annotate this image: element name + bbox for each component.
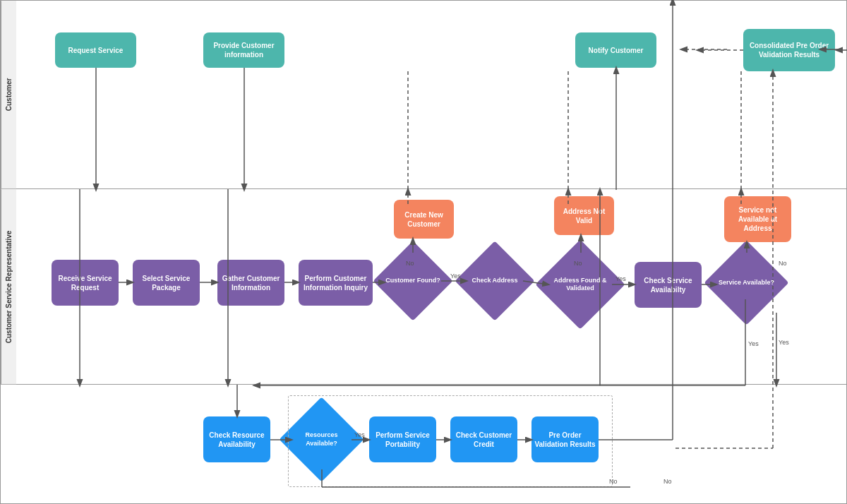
provide-customer-info-node: Provide Customer information [203,32,284,68]
service-available-diamond: Service Available? [716,253,776,313]
resources-available-diamond: Resources Available? [292,409,352,469]
check-service-availability-node: Check Service Availabilty [635,262,702,308]
gather-customer-info-node: Gather Customer Information [217,260,284,306]
diagram-container: Customer Request Service Provide Custome… [0,0,847,504]
pre-order-validation-results-node: Pre Order Validation Results [531,416,599,462]
consolidated-pre-order-node: Consolidated Pre Order Validation Result… [743,29,835,71]
notify-customer-node: Notify Customer [575,32,656,68]
swimlane-customer: Customer Request Service Provide Custome… [1,1,846,189]
swimlane-content-bottom: Check Resource Availability Resources Av… [16,385,846,503]
check-address-diamond: Check Address [467,253,523,309]
svg-text:No: No [609,478,618,485]
customer-found-diamond: Customer Found? [385,253,441,309]
swimlane-content-customer: Request Service Provide Customer informa… [16,1,846,188]
check-resource-availability-node: Check Resource Availability [203,416,270,462]
service-not-available-node: Service not Available at Address [724,196,791,242]
perform-customer-info-inquiry-node: Perform Customer Information Inquiry [299,260,373,306]
address-not-valid-node: Address Not Valid [554,196,614,235]
swimlane-csr: Customer Service Representative Receive … [1,189,846,385]
address-found-validated-diamond: Address Found & Validated [548,253,612,316]
swimlane-label-customer: Customer [1,1,16,188]
svg-text:No: No [779,260,787,267]
create-new-customer-node: Create New Customer [394,200,454,239]
receive-service-request-node: Receive Service Request [52,260,119,306]
swimlane-label-csr: Customer Service Representative [1,189,16,384]
swimlane-container: Customer Request Service Provide Custome… [0,0,847,504]
request-service-node: Request Service [55,32,136,68]
customer-arrows [16,1,846,188]
perform-service-portability-node: Perform Service Portability [369,416,436,462]
select-service-package-node: Select Service Package [133,260,200,306]
check-customer-credit-node: Check Customer Credit [450,416,517,462]
swimlane-content-csr: Receive Service Request Select Service P… [16,189,846,384]
svg-text:Yes: Yes [779,339,789,346]
swimlane-bottom: Check Resource Availability Resources Av… [1,385,846,503]
